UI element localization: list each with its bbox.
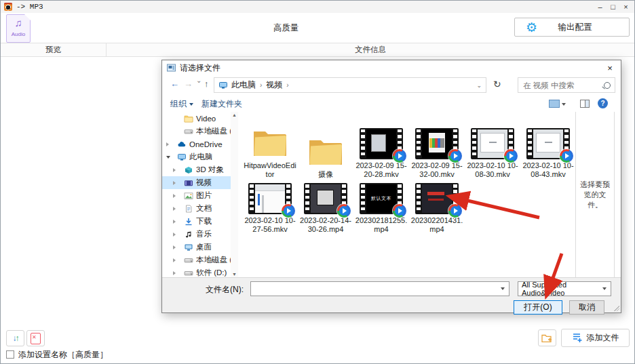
chevron-right-icon[interactable] <box>173 232 176 237</box>
folder-item[interactable]: 摄像 <box>298 113 353 179</box>
tab-preview[interactable]: 预览 <box>1 43 107 56</box>
new-folder-button[interactable]: 新建文件夹 <box>201 98 242 110</box>
play-overlay-icon[interactable] <box>560 149 573 163</box>
sidebar-item[interactable]: 桌面 <box>162 241 238 254</box>
sidebar-item[interactable]: 下载 <box>162 215 238 228</box>
scroll-down-icon[interactable]: ▼ <box>232 272 237 277</box>
sidebar-item[interactable]: OneDrive <box>162 138 238 150</box>
file-item[interactable]: 2023-02-10 10-08-30.mkv <box>465 113 520 179</box>
filename-label: 文件名(N): <box>206 284 244 296</box>
filetype-arrow-icon <box>602 287 607 290</box>
play-overlay-icon[interactable] <box>393 204 406 218</box>
organize-menu[interactable]: 组织 <box>170 98 193 110</box>
add-name-checkbox[interactable] <box>6 350 14 359</box>
preview-pane-toggle-icon[interactable] <box>580 100 590 108</box>
back-icon[interactable]: ← <box>170 79 179 89</box>
folder-item[interactable]: HitpawVideoEditor <box>242 113 298 179</box>
play-overlay-icon[interactable] <box>282 204 295 218</box>
combo-arrow-icon[interactable] <box>501 287 505 290</box>
sidebar-item[interactable]: 本地磁盘 (C:) <box>162 125 238 138</box>
refresh-icon[interactable]: ↻ <box>493 79 501 89</box>
dialog-bottom-bar: 文件名(N): All Supported Audio&Video 打开(O) … <box>162 277 621 312</box>
breadcrumb-this-pc[interactable]: 此电脑 <box>231 79 256 91</box>
output-config-label: 输出配置 <box>537 22 613 33</box>
app-titlebar: -> MP3 – □ × <box>1 1 634 14</box>
chevron-right-icon[interactable] <box>173 181 176 185</box>
preview-hint: 选择要预览的文件。 <box>577 180 613 210</box>
resize-grip[interactable] <box>614 306 619 311</box>
view-mode-icon[interactable] <box>549 100 560 108</box>
chevron-right-icon[interactable] <box>173 245 176 249</box>
maximize-button[interactable]: □ <box>607 3 619 11</box>
play-overlay-icon[interactable] <box>448 149 462 163</box>
chevron-right-icon[interactable] <box>173 258 176 262</box>
chevron-right-icon[interactable] <box>173 207 176 211</box>
chevron-right-icon[interactable] <box>173 168 176 172</box>
minimize-button[interactable]: – <box>594 3 606 11</box>
filename-input[interactable] <box>251 282 509 296</box>
file-item[interactable]: 202302201431.mp4 <box>409 184 465 234</box>
thumbnail-image <box>366 129 396 158</box>
chevron-right-icon[interactable] <box>173 271 176 275</box>
search-icon <box>604 82 611 89</box>
sidebar-item[interactable]: 此电脑 <box>162 150 238 163</box>
tab-file-info[interactable]: 文件信息 <box>107 43 634 56</box>
sidebar-item[interactable]: 图片 <box>162 189 238 202</box>
file-name-label: 2023-02-10 10-08-30.mkv <box>465 161 520 179</box>
play-overlay-icon[interactable] <box>393 149 406 163</box>
dialog-close-button[interactable]: × <box>599 60 621 75</box>
add-file-button[interactable]: 添加文件 <box>561 329 630 347</box>
folder-icon <box>251 127 289 159</box>
picture-icon <box>184 192 193 200</box>
sidebar-item[interactable]: 3D 对象 <box>162 163 238 176</box>
open-button[interactable]: 打开(O) <box>514 300 562 315</box>
forward-icon[interactable]: → <box>184 79 193 89</box>
filmstrip-holes <box>361 184 365 213</box>
file-item[interactable]: 默认文本202302181255.mp4 <box>353 184 409 234</box>
filename-combobox[interactable] <box>250 281 509 296</box>
chevron-right-icon[interactable] <box>173 220 176 224</box>
search-input[interactable] <box>518 78 615 92</box>
file-item[interactable]: 2023-02-10 10-08-43.mkv <box>520 113 576 179</box>
address-dropdown-icon[interactable]: ⌄ <box>476 82 482 89</box>
filetype-select[interactable]: All Supported Audio&Video <box>518 281 611 296</box>
remove-file-button[interactable] <box>26 330 45 346</box>
play-overlay-icon[interactable] <box>504 149 518 163</box>
file-item[interactable]: 2023-02-10 10-27-56.mkv <box>242 184 298 234</box>
sidebar-item-label: Video <box>196 115 216 123</box>
sidebar-item[interactable]: 视频 <box>162 176 238 189</box>
help-icon[interactable]: ? <box>598 98 608 108</box>
breadcrumb-videos[interactable]: 视频 <box>266 79 282 91</box>
panel-header-row: 预览 文件信息 <box>1 43 634 57</box>
up-icon[interactable]: ↑ <box>204 79 209 89</box>
scroll-up-icon[interactable]: ▲ <box>232 113 237 117</box>
sidebar-item[interactable]: 文档 <box>162 202 238 215</box>
folder-icon <box>184 115 193 123</box>
address-bar[interactable]: 此电脑 › 视频 › ⌄ <box>214 77 486 93</box>
chevron-right-icon[interactable] <box>173 194 176 198</box>
thumbnail-image <box>422 129 452 158</box>
cancel-button[interactable]: 取消 <box>569 300 604 315</box>
audio-format-card[interactable]: ♫ Audio <box>6 14 31 43</box>
play-overlay-icon[interactable] <box>337 204 351 218</box>
play-overlay-icon[interactable] <box>448 204 462 218</box>
output-config-button[interactable]: ⚙ 输出配置 <box>514 18 630 37</box>
chevron-down-icon[interactable] <box>166 156 170 159</box>
sidebar-item[interactable]: 音乐 <box>162 228 238 241</box>
file-item[interactable]: 2023-02-09 15-20-28.mkv <box>353 113 409 179</box>
file-name-label: HitpawVideoEditor <box>243 161 297 179</box>
sort-files-button[interactable]: ↓↑ <box>6 330 24 346</box>
history-dropdown-icon[interactable]: ⌄ <box>196 77 201 84</box>
sidebar-item[interactable]: 软件 (D:) <box>162 266 238 277</box>
file-item[interactable]: 2023-02-20-14-30-26.mp4 <box>298 184 353 234</box>
chevron-right-icon[interactable] <box>166 142 169 146</box>
close-button[interactable]: × <box>620 3 632 11</box>
search-box[interactable] <box>518 77 615 93</box>
sidebar-item-label: 3D 对象 <box>196 165 224 175</box>
sidebar-scrollbar[interactable]: ▲ ▼ <box>231 112 238 277</box>
dialog-navbar: ← → ⌄ ↑ 此电脑 › 视频 › ⌄ ↻ <box>162 75 621 96</box>
sidebar-item[interactable]: 本地磁盘 (C:) <box>162 254 238 266</box>
add-folder-button[interactable] <box>538 329 556 346</box>
sidebar-item[interactable]: Video <box>162 112 238 125</box>
file-item[interactable]: 2023-02-09 15-32-00.mkv <box>409 113 465 179</box>
